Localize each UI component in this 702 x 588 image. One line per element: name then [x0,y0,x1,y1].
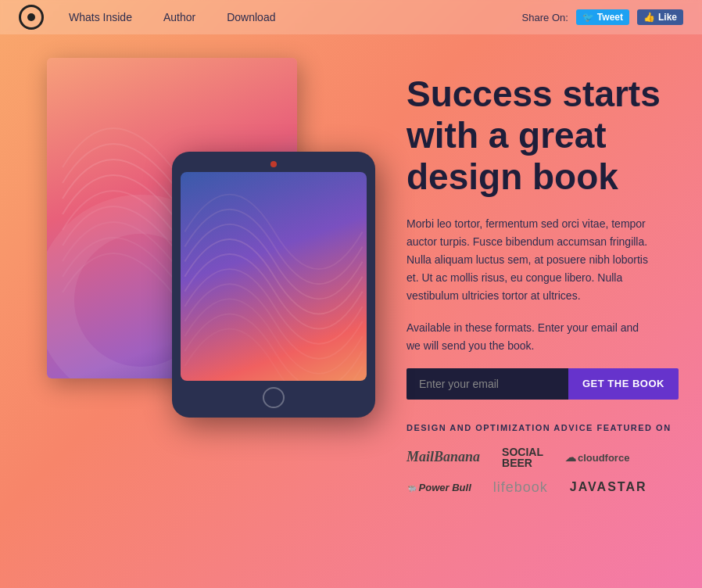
navbar: Whats Inside Author Download Share On: 🐦… [0,0,702,34]
logo-lifebook[interactable]: lifebook [493,479,548,496]
nav-logo [19,5,44,30]
nav-link-whats-inside[interactable]: Whats Inside [53,11,148,23]
tablet-home-button [263,387,285,408]
logos-row-2: 🐃 Power Bull lifebook JAVASTAR [407,479,679,496]
like-button[interactable]: 👍 Like [637,9,683,25]
twitter-icon: 🐦 [582,12,594,23]
right-content: Success starts with a great design book … [407,58,679,507]
tablet [172,152,375,418]
logo-mail-banana[interactable]: MailBanana [407,449,480,465]
logo-javastar[interactable]: JAVASTAR [570,480,647,494]
email-input[interactable] [407,368,568,400]
logos-row-1: MailBanana SOCIALBEER ☁cloudforce [407,446,679,468]
nav-link-author[interactable]: Author [148,11,211,23]
hero-description: Morbi leo tortor, fermentum sed orci vit… [407,215,657,305]
tweet-button[interactable]: 🐦 Tweet [576,9,629,25]
nav-link-download[interactable]: Download [211,11,291,23]
tablet-camera [270,161,277,167]
share-label: Share On: [522,12,568,23]
tablet-screen [181,172,367,381]
featured-label: DESIGN AND OPTIMIZATION ADVICE FEATURED … [407,423,679,432]
logo-cloudforce[interactable]: ☁cloudforce [565,451,629,464]
logo-social-beer[interactable]: SOCIALBEER [502,446,543,468]
get-book-button[interactable]: GET THE BOOK [568,368,679,400]
facebook-icon: 👍 [643,12,655,23]
available-text: Available in these formats. Enter your e… [407,319,649,354]
logo-power-bull[interactable]: 🐃 Power Bull [407,482,471,493]
main-content: Success starts with a great design book … [0,34,702,522]
hero-headline: Success starts with a great design book [407,74,679,198]
book-visual [47,58,375,378]
email-form: GET THE BOOK [407,368,679,400]
